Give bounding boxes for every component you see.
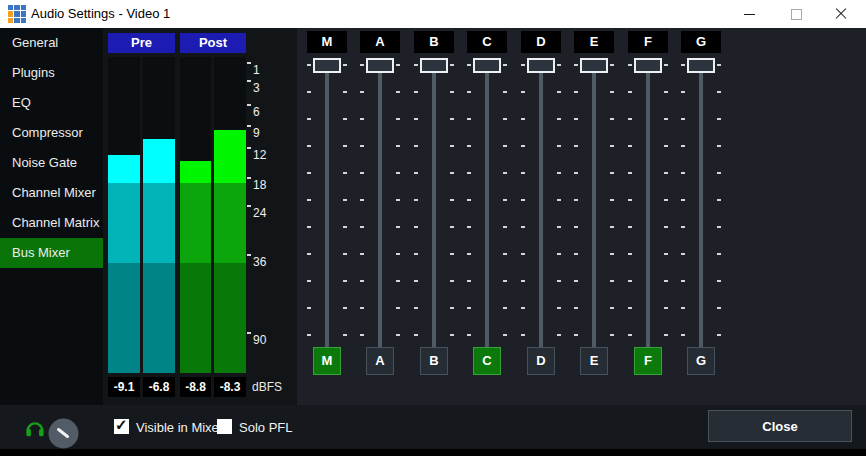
db-scale-label: 18 [253,178,266,192]
db-scale-tick [247,205,251,207]
headphones-volume-knob[interactable] [48,418,79,449]
bus-toggle-m[interactable]: M [313,347,341,375]
fader-track[interactable] [539,66,543,364]
sidebar-item-label: Plugins [12,65,55,80]
sidebar-item-compressor[interactable]: Compressor [0,118,103,148]
db-scale-tick [247,80,251,82]
fader-handle-a[interactable] [366,58,394,73]
meter-unlit [180,57,211,161]
headphones-icon[interactable] [24,417,46,439]
bus-toggle-d[interactable]: D [527,347,555,375]
fader-track[interactable] [485,66,489,364]
post-meter-left [180,57,211,373]
sidebar-item-label: Noise Gate [12,155,77,170]
fader-handle-g[interactable] [687,58,715,73]
fader-handle-f[interactable] [634,58,662,73]
fader-track[interactable] [646,66,650,364]
fader-scale-ticks [450,64,454,337]
bus-toggle-f[interactable]: F [634,347,662,375]
fader-track[interactable] [432,66,436,364]
close-window-button[interactable] [824,0,858,28]
fader-track[interactable] [378,66,382,364]
meter-unlit [214,57,246,130]
fader-column-d: D D [515,28,567,380]
fader-scale-ticks [574,64,578,337]
minimize-icon [744,14,755,15]
db-scale-tick [247,332,251,334]
fader-scale-ticks [307,64,311,337]
db-scale-label: 1 [253,63,260,77]
maximize-button [779,0,813,28]
dbfs-unit-label: dBFS [252,380,282,394]
sidebar-item-label: Channel Mixer [12,185,96,200]
fader-scale-ticks [396,64,400,337]
fader-column-b: B B [408,28,460,380]
db-scale-label: 12 [253,148,266,162]
fader-column-a: A A [354,28,406,380]
fader-column-m: M M [301,28,353,380]
db-scale-tick [247,177,251,179]
bus-toggle-b[interactable]: B [420,347,448,375]
pre-meter-right [143,57,175,373]
sidebar-item-bus-mixer[interactable]: Bus Mixer [0,238,103,268]
visible-in-mixer-checkbox[interactable]: ✓ [114,419,129,434]
fader-label-d: D [521,31,561,53]
close-button[interactable]: Close [708,410,852,442]
db-scale-label: 6 [253,105,260,119]
window-title: Audio Settings - Video 1 [31,6,170,21]
pre-meter-header: Pre [108,33,175,53]
meter-unlit [143,57,175,139]
fader-label-b: B [414,31,454,53]
bus-toggle-c[interactable]: C [473,347,501,375]
sidebar-item-general[interactable]: General [0,28,103,58]
fader-track[interactable] [325,66,329,364]
db-scale-label: 9 [253,126,260,140]
settings-sidebar: General Plugins EQ Compressor Noise Gate… [0,28,103,449]
post-right-db-readout: -8.3 [214,377,246,397]
db-scale-label: 3 [253,81,260,95]
fader-label-m: M [307,31,347,53]
app-grid-icon [8,5,26,23]
sidebar-item-label: Compressor [12,125,83,140]
fader-handle-b[interactable] [420,58,448,73]
meter-unlit [108,57,140,155]
db-scale-tick [247,104,251,106]
fader-label-f: F [628,31,668,53]
fader-scale-ticks [557,64,561,337]
fader-track[interactable] [699,66,703,364]
fader-label-e: E [574,31,614,53]
solo-pfl-checkbox[interactable] [217,419,232,434]
bus-toggle-a[interactable]: A [366,347,394,375]
sidebar-item-channel-matrix[interactable]: Channel Matrix [0,208,103,238]
post-meter-right [214,57,246,373]
fader-scale-ticks [628,64,632,337]
fader-scale-ticks [414,64,418,337]
db-scale-label: 90 [253,333,266,347]
visible-in-mixer-label: Visible in Mixer [136,420,223,435]
sidebar-item-noise-gate[interactable]: Noise Gate [0,148,103,178]
sidebar-item-label: Bus Mixer [12,245,70,260]
db-scale-label: 24 [253,206,266,220]
sidebar-item-plugins[interactable]: Plugins [0,58,103,88]
sidebar-item-eq[interactable]: EQ [0,88,103,118]
window-bottom-edge [0,449,866,456]
bus-toggle-e[interactable]: E [580,347,608,375]
fader-scale-ticks [343,64,347,337]
fader-track[interactable] [592,66,596,364]
minimize-button[interactable] [732,0,766,28]
solo-pfl-label: Solo PFL [239,420,292,435]
fader-column-f: F F [622,28,674,380]
fader-handle-c[interactable] [473,58,501,73]
bus-toggle-g[interactable]: G [687,347,715,375]
fader-column-c: C C [461,28,513,380]
post-left-db-readout: -8.8 [180,377,211,397]
fader-scale-ticks [610,64,614,337]
fader-handle-m[interactable] [313,58,341,73]
sidebar-item-channel-mixer[interactable]: Channel Mixer [0,178,103,208]
title-bar: Audio Settings - Video 1 [0,0,866,28]
fader-column-e: E E [568,28,620,380]
fader-handle-d[interactable] [527,58,555,73]
fader-scale-ticks [467,64,471,337]
fader-handle-e[interactable] [580,58,608,73]
pre-right-db-readout: -6.8 [143,377,175,397]
